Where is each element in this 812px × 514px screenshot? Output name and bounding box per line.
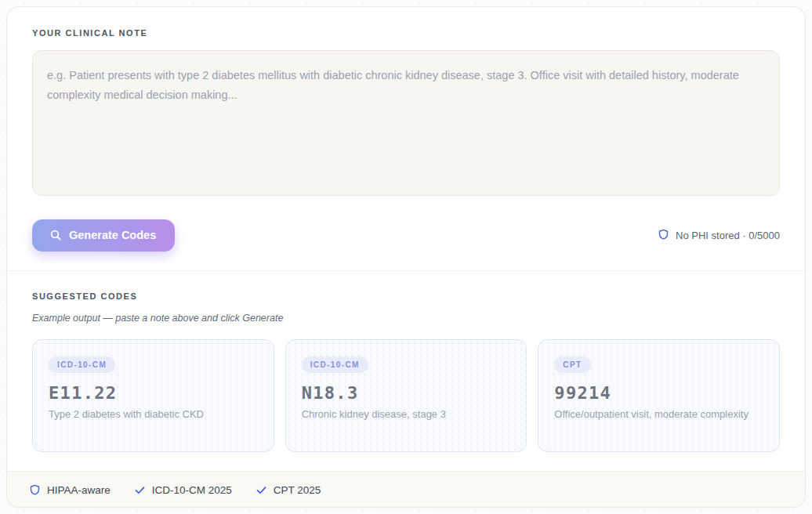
actions-row: Generate Codes No PHI stored · 0/5000	[32, 219, 780, 252]
phi-status: No PHI stored · 0/5000	[658, 228, 780, 243]
code-value: N18.3	[302, 383, 511, 403]
shield-icon	[29, 483, 41, 496]
medical-coding-panel: YOUR CLINICAL NOTE Generate Codes	[6, 6, 806, 508]
footer-item-icd: ICD-10-CM 2025	[134, 484, 232, 496]
code-cards: ICD-10-CM E11.22 Type 2 diabetes with di…	[32, 339, 780, 452]
clinical-note-label: YOUR CLINICAL NOTE	[32, 28, 780, 38]
code-value: 99214	[554, 383, 763, 403]
footer-item-label: ICD-10-CM 2025	[152, 484, 232, 496]
phi-status-text: No PHI stored · 0/5000	[676, 230, 780, 241]
code-system-badge: ICD-10-CM	[49, 357, 115, 373]
clinical-note-section: YOUR CLINICAL NOTE Generate Codes	[7, 7, 805, 270]
footer-item-hipaa: HIPAA-aware	[29, 483, 111, 496]
code-description: Type 2 diabetes with diabetic CKD	[49, 408, 258, 420]
suggested-codes-section: SUGGESTED CODES Example output — paste a…	[7, 271, 805, 471]
check-icon	[134, 484, 146, 496]
code-system-badge: CPT	[554, 357, 590, 373]
check-icon	[256, 484, 267, 496]
footer-item-cpt: CPT 2025	[256, 484, 321, 496]
footer-item-label: CPT 2025	[274, 484, 321, 496]
footer-item-label: HIPAA-aware	[47, 484, 111, 496]
example-hint: Example output — paste a note above and …	[32, 313, 780, 324]
code-description: Chronic kidney disease, stage 3	[302, 408, 511, 420]
shield-icon	[658, 228, 669, 243]
code-card[interactable]: ICD-10-CM N18.3 Chronic kidney disease, …	[285, 339, 527, 452]
suggested-codes-label: SUGGESTED CODES	[32, 291, 780, 301]
generate-codes-label: Generate Codes	[69, 229, 156, 241]
code-system-badge: ICD-10-CM	[302, 357, 368, 373]
code-card[interactable]: ICD-10-CM E11.22 Type 2 diabetes with di…	[32, 339, 274, 452]
generate-codes-button[interactable]: Generate Codes	[32, 219, 175, 252]
code-card[interactable]: CPT 99214 Office/outpatient visit, moder…	[538, 339, 780, 452]
code-description: Office/outpatient visit, moderate comple…	[554, 408, 763, 420]
code-value: E11.22	[49, 383, 258, 403]
compliance-footer: HIPAA-aware ICD-10-CM 2025 CPT 2025	[7, 471, 805, 508]
search-icon	[49, 229, 62, 241]
clinical-note-input[interactable]	[32, 50, 780, 196]
